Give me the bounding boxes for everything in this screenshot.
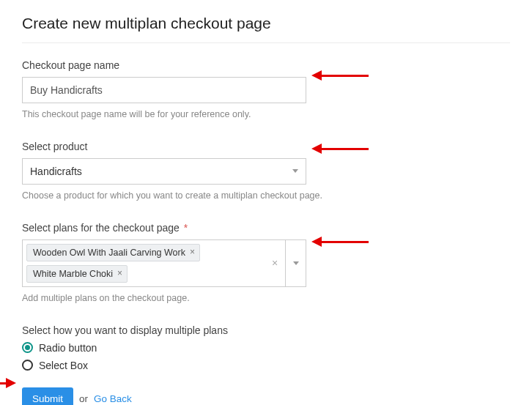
remove-tag-icon[interactable]: × [190, 247, 195, 259]
label-product: Select product [22, 141, 510, 152]
radio-label: Select Box [39, 360, 88, 371]
field-checkout-name: Checkout page name Buy Handicrafts This … [22, 59, 510, 122]
help-checkout-name: This checkout page name will be for your… [22, 108, 344, 122]
radio-option-select-box[interactable]: Select Box [22, 360, 510, 371]
annotation-arrow-icon [0, 378, 16, 388]
field-product: Select product Handicrafts Choose a prod… [22, 141, 510, 203]
help-product: Choose a product for which you want to c… [22, 189, 344, 203]
tag-plan: Wooden Owl With Jaali Carving Work × [26, 244, 200, 261]
or-text: or [79, 393, 88, 404]
select-product[interactable]: Handicrafts [22, 158, 306, 185]
input-checkout-name[interactable]: Buy Handicrafts [22, 77, 306, 103]
chevron-down-icon [292, 169, 298, 173]
field-display: Select how you want to display multiple … [22, 324, 510, 371]
submit-button[interactable]: Submit [22, 387, 73, 405]
select-product-value: Handicrafts [30, 166, 82, 177]
remove-tag-icon[interactable]: × [117, 268, 122, 280]
label-plans: Select plans for the checkout page * [22, 222, 510, 234]
required-asterisk: * [184, 222, 188, 234]
label-checkout-name: Checkout page name [22, 59, 510, 71]
tag-plan: White Marble Choki × [26, 265, 128, 283]
actions-row: Submit or Go Back [22, 387, 510, 405]
label-plans-text: Select plans for the checkout page [22, 222, 180, 234]
clear-all-icon[interactable]: × [265, 240, 285, 287]
dropdown-toggle[interactable] [285, 240, 306, 287]
radio-option-radio-button[interactable]: Radio button [22, 342, 510, 354]
label-display: Select how you want to display multiple … [22, 324, 510, 336]
multiselect-plans[interactable]: Wooden Owl With Jaali Carving Work × Whi… [22, 239, 306, 288]
radio-icon[interactable] [22, 360, 33, 371]
tags-area[interactable]: Wooden Owl With Jaali Carving Work × Whi… [23, 240, 265, 287]
page-title: Create new multiplan checkout page [22, 15, 510, 43]
field-plans: Select plans for the checkout page * Woo… [22, 222, 510, 305]
radio-label: Radio button [39, 342, 97, 354]
help-plans: Add multiple plans on the checkout page. [22, 291, 344, 305]
tag-plan-label: Wooden Owl With Jaali Carving Work [33, 247, 185, 259]
go-back-link[interactable]: Go Back [94, 393, 132, 404]
chevron-down-icon [293, 261, 299, 265]
tag-plan-label: White Marble Choki [33, 268, 113, 280]
radio-icon[interactable] [22, 342, 33, 353]
input-checkout-name-value: Buy Handicrafts [30, 84, 103, 96]
